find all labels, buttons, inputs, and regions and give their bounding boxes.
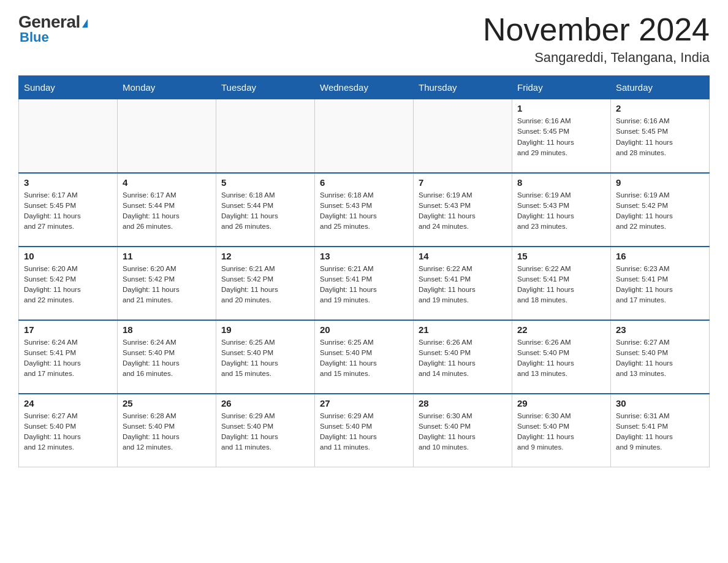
calendar-cell: 11Sunrise: 6:20 AM Sunset: 5:42 PM Dayli… bbox=[118, 247, 216, 320]
day-info: Sunrise: 6:18 AM Sunset: 5:44 PM Dayligh… bbox=[221, 190, 309, 232]
day-number: 23 bbox=[616, 324, 704, 335]
page-header: General Blue November 2024 Sangareddi, T… bbox=[18, 12, 710, 66]
day-info: Sunrise: 6:22 AM Sunset: 5:41 PM Dayligh… bbox=[517, 264, 605, 306]
day-info: Sunrise: 6:20 AM Sunset: 5:42 PM Dayligh… bbox=[123, 264, 211, 306]
calendar-week-row: 24Sunrise: 6:27 AM Sunset: 5:40 PM Dayli… bbox=[19, 394, 710, 467]
day-number: 3 bbox=[24, 177, 112, 188]
day-number: 15 bbox=[517, 251, 605, 261]
calendar-cell: 3Sunrise: 6:17 AM Sunset: 5:45 PM Daylig… bbox=[19, 173, 118, 247]
calendar-cell: 27Sunrise: 6:29 AM Sunset: 5:40 PM Dayli… bbox=[315, 394, 414, 467]
col-tuesday: Tuesday bbox=[216, 76, 315, 99]
logo-blue: Blue bbox=[20, 29, 49, 45]
calendar-cell: 9Sunrise: 6:19 AM Sunset: 5:42 PM Daylig… bbox=[611, 173, 710, 247]
calendar-cell: 25Sunrise: 6:28 AM Sunset: 5:40 PM Dayli… bbox=[118, 394, 216, 467]
calendar-cell: 17Sunrise: 6:24 AM Sunset: 5:41 PM Dayli… bbox=[19, 320, 118, 394]
day-number: 20 bbox=[320, 324, 408, 335]
calendar-cell bbox=[315, 99, 414, 173]
day-info: Sunrise: 6:21 AM Sunset: 5:42 PM Dayligh… bbox=[221, 264, 309, 306]
calendar-cell: 1Sunrise: 6:16 AM Sunset: 5:45 PM Daylig… bbox=[512, 99, 611, 173]
day-number: 21 bbox=[419, 324, 507, 335]
calendar-table: Sunday Monday Tuesday Wednesday Thursday… bbox=[18, 75, 710, 467]
day-number: 30 bbox=[616, 398, 704, 408]
day-info: Sunrise: 6:26 AM Sunset: 5:40 PM Dayligh… bbox=[517, 337, 605, 380]
day-info: Sunrise: 6:27 AM Sunset: 5:40 PM Dayligh… bbox=[24, 411, 112, 453]
day-info: Sunrise: 6:26 AM Sunset: 5:40 PM Dayligh… bbox=[419, 337, 507, 380]
day-info: Sunrise: 6:17 AM Sunset: 5:44 PM Dayligh… bbox=[123, 190, 211, 232]
calendar-cell bbox=[118, 99, 216, 173]
day-number: 16 bbox=[616, 251, 704, 261]
day-number: 7 bbox=[419, 177, 507, 188]
day-number: 9 bbox=[616, 177, 704, 188]
day-number: 19 bbox=[221, 324, 309, 335]
day-info: Sunrise: 6:18 AM Sunset: 5:43 PM Dayligh… bbox=[320, 190, 408, 232]
day-info: Sunrise: 6:30 AM Sunset: 5:40 PM Dayligh… bbox=[517, 411, 605, 453]
day-number: 26 bbox=[221, 398, 309, 408]
day-info: Sunrise: 6:21 AM Sunset: 5:41 PM Dayligh… bbox=[320, 264, 408, 306]
day-number: 27 bbox=[320, 398, 408, 408]
day-number: 2 bbox=[616, 103, 704, 113]
calendar-cell: 19Sunrise: 6:25 AM Sunset: 5:40 PM Dayli… bbox=[216, 320, 315, 394]
day-number: 28 bbox=[419, 398, 507, 408]
calendar-header-row: Sunday Monday Tuesday Wednesday Thursday… bbox=[19, 76, 710, 99]
calendar-cell: 28Sunrise: 6:30 AM Sunset: 5:40 PM Dayli… bbox=[414, 394, 512, 467]
calendar-cell: 6Sunrise: 6:18 AM Sunset: 5:43 PM Daylig… bbox=[315, 173, 414, 247]
calendar-week-row: 1Sunrise: 6:16 AM Sunset: 5:45 PM Daylig… bbox=[19, 99, 710, 173]
day-info: Sunrise: 6:17 AM Sunset: 5:45 PM Dayligh… bbox=[24, 190, 112, 232]
calendar-cell: 15Sunrise: 6:22 AM Sunset: 5:41 PM Dayli… bbox=[512, 247, 611, 320]
day-info: Sunrise: 6:29 AM Sunset: 5:40 PM Dayligh… bbox=[221, 411, 309, 453]
day-number: 11 bbox=[123, 251, 211, 261]
day-info: Sunrise: 6:25 AM Sunset: 5:40 PM Dayligh… bbox=[320, 337, 408, 380]
calendar-cell: 26Sunrise: 6:29 AM Sunset: 5:40 PM Dayli… bbox=[216, 394, 315, 467]
day-number: 29 bbox=[517, 398, 605, 408]
day-info: Sunrise: 6:25 AM Sunset: 5:40 PM Dayligh… bbox=[221, 337, 309, 380]
day-number: 12 bbox=[221, 251, 309, 261]
calendar-cell: 2Sunrise: 6:16 AM Sunset: 5:45 PM Daylig… bbox=[611, 99, 710, 173]
day-number: 24 bbox=[24, 398, 112, 408]
calendar-cell: 24Sunrise: 6:27 AM Sunset: 5:40 PM Dayli… bbox=[19, 394, 118, 467]
day-number: 22 bbox=[517, 324, 605, 335]
calendar-cell: 12Sunrise: 6:21 AM Sunset: 5:42 PM Dayli… bbox=[216, 247, 315, 320]
calendar-cell: 29Sunrise: 6:30 AM Sunset: 5:40 PM Dayli… bbox=[512, 394, 611, 467]
col-saturday: Saturday bbox=[611, 76, 710, 99]
day-info: Sunrise: 6:24 AM Sunset: 5:41 PM Dayligh… bbox=[24, 337, 112, 380]
calendar-cell: 23Sunrise: 6:27 AM Sunset: 5:40 PM Dayli… bbox=[611, 320, 710, 394]
logo: General Blue bbox=[18, 12, 88, 45]
calendar-cell bbox=[216, 99, 315, 173]
day-number: 4 bbox=[123, 177, 211, 188]
day-number: 6 bbox=[320, 177, 408, 188]
day-number: 8 bbox=[517, 177, 605, 188]
col-wednesday: Wednesday bbox=[315, 76, 414, 99]
col-monday: Monday bbox=[118, 76, 216, 99]
calendar-cell: 14Sunrise: 6:22 AM Sunset: 5:41 PM Dayli… bbox=[414, 247, 512, 320]
day-number: 10 bbox=[24, 251, 112, 261]
day-info: Sunrise: 6:30 AM Sunset: 5:40 PM Dayligh… bbox=[419, 411, 507, 453]
day-number: 14 bbox=[419, 251, 507, 261]
title-area: November 2024 Sangareddi, Telangana, Ind… bbox=[483, 12, 710, 66]
logo-triangle-icon bbox=[82, 19, 88, 28]
calendar-cell: 4Sunrise: 6:17 AM Sunset: 5:44 PM Daylig… bbox=[118, 173, 216, 247]
location-title: Sangareddi, Telangana, India bbox=[483, 50, 710, 66]
day-number: 13 bbox=[320, 251, 408, 261]
calendar-cell: 10Sunrise: 6:20 AM Sunset: 5:42 PM Dayli… bbox=[19, 247, 118, 320]
month-title: November 2024 bbox=[483, 12, 710, 47]
calendar-cell: 13Sunrise: 6:21 AM Sunset: 5:41 PM Dayli… bbox=[315, 247, 414, 320]
col-thursday: Thursday bbox=[414, 76, 512, 99]
day-number: 1 bbox=[517, 103, 605, 113]
calendar-cell bbox=[19, 99, 118, 173]
day-info: Sunrise: 6:24 AM Sunset: 5:40 PM Dayligh… bbox=[123, 337, 211, 380]
calendar-week-row: 17Sunrise: 6:24 AM Sunset: 5:41 PM Dayli… bbox=[19, 320, 710, 394]
calendar-cell bbox=[414, 99, 512, 173]
day-info: Sunrise: 6:16 AM Sunset: 5:45 PM Dayligh… bbox=[616, 116, 704, 158]
day-number: 25 bbox=[123, 398, 211, 408]
day-info: Sunrise: 6:28 AM Sunset: 5:40 PM Dayligh… bbox=[123, 411, 211, 453]
day-number: 17 bbox=[24, 324, 112, 335]
calendar-week-row: 3Sunrise: 6:17 AM Sunset: 5:45 PM Daylig… bbox=[19, 173, 710, 247]
col-sunday: Sunday bbox=[19, 76, 118, 99]
calendar-cell: 22Sunrise: 6:26 AM Sunset: 5:40 PM Dayli… bbox=[512, 320, 611, 394]
col-friday: Friday bbox=[512, 76, 611, 99]
calendar-cell: 5Sunrise: 6:18 AM Sunset: 5:44 PM Daylig… bbox=[216, 173, 315, 247]
day-info: Sunrise: 6:29 AM Sunset: 5:40 PM Dayligh… bbox=[320, 411, 408, 453]
calendar-week-row: 10Sunrise: 6:20 AM Sunset: 5:42 PM Dayli… bbox=[19, 247, 710, 320]
day-info: Sunrise: 6:19 AM Sunset: 5:43 PM Dayligh… bbox=[419, 190, 507, 232]
calendar-cell: 30Sunrise: 6:31 AM Sunset: 5:41 PM Dayli… bbox=[611, 394, 710, 467]
